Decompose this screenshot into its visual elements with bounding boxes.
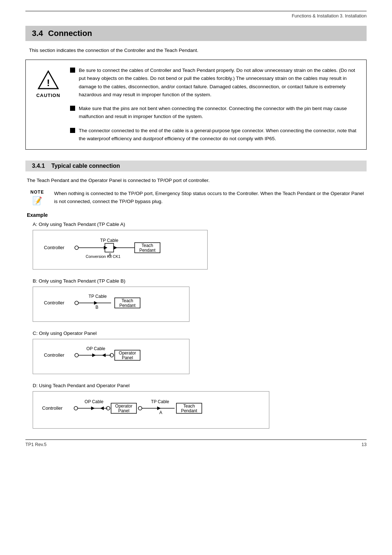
section-title: 3.4 Connection [25,26,367,41]
svg-marker-37 [91,406,95,410]
diagram-d-box: Controller OP Cable Operator Panel [33,391,269,429]
diagram-b-caption: B: Only using Teach Pendant (TP Cable B) [33,278,367,284]
svg-text:OP Cable: OP Cable [86,346,105,351]
caution-item-3: The connector connected to the end of th… [70,127,358,143]
svg-text:B: B [95,305,98,310]
svg-marker-18 [94,301,98,305]
body-text-1: The Teach Pendant and the Operator Panel… [25,177,367,185]
diagram-b-svg: Controller TP Cable B Teach Pendant [40,293,178,313]
svg-text:Panel: Panel [122,355,133,360]
svg-marker-5 [104,246,107,250]
diagram-a-caption: A: Only using Teach Pendant (TP Cable A) [33,222,367,227]
diagram-c-box: Controller OP Cable Operator Panel [33,339,189,374]
svg-text:Teach: Teach [142,243,153,248]
caution-text-1: Be sure to connect the cables of Control… [79,66,358,99]
svg-point-3 [75,246,78,250]
subsection-number: 3.4.1 [32,163,45,169]
svg-text:Controller: Controller [42,405,63,411]
header-breadcrumb: Functions & Installation 3. Installation [25,13,367,19]
svg-text:Pendant: Pendant [119,303,136,308]
svg-text:Controller: Controller [44,245,65,250]
note-label: NOTE [30,190,44,195]
svg-text:TP Cable: TP Cable [100,238,118,243]
svg-text:TP Cable: TP Cable [151,399,169,404]
caution-list: Be sure to connect the cables of Control… [70,66,358,143]
example-label: Example [25,212,367,218]
caution-label: CAUTION [36,93,60,98]
bullet-icon-2 [70,106,75,111]
svg-text:Panel: Panel [118,408,130,413]
svg-text:TP Cable: TP Cable [89,294,107,299]
diagram-d: D: Using Teach Pendant and Operator Pane… [25,383,367,429]
svg-text:Controller: Controller [44,352,65,358]
diagram-c-svg: Controller OP Cable Operator Panel [40,345,178,365]
bullet-icon-3 [70,128,75,133]
caution-left: ! CAUTION [34,66,63,143]
diagram-b-box: Controller TP Cable B Teach Pendant [33,287,189,322]
caution-item-1: Be sure to connect the cables of Control… [70,66,358,99]
note-icon: 📝 [32,196,42,206]
section-number: 3.4 [32,29,43,38]
note-text: When nothing is connected to the TP/OP p… [54,190,367,206]
subsection-title: 3.4.1 Typical cable connection [25,161,367,171]
svg-point-35 [74,406,78,410]
svg-text:Operator: Operator [115,404,132,409]
subsection-title-text: Typical cable connection [51,163,120,169]
svg-text:OP Cable: OP Cable [85,399,103,404]
caution-text-2: Make sure that the pins are not bent whe… [79,105,358,121]
intro-text: This section indicates the connection of… [25,48,367,53]
footer-divider [25,439,367,440]
svg-text:Teach: Teach [183,404,195,409]
svg-marker-46 [157,406,161,410]
caution-content: Be sure to connect the cables of Control… [70,66,358,143]
svg-point-44 [138,406,142,410]
diagram-c: C: Only using Operator Panel Controller … [25,331,367,374]
footer-left: TP1 Rev.5 [25,442,46,447]
footer-right: 13 [362,442,367,447]
svg-point-25 [75,353,78,357]
svg-marker-29 [102,353,106,357]
note-block: NOTE 📝 When nothing is connected to the … [25,190,367,206]
page: Functions & Installation 3. Installation… [0,0,392,555]
svg-text:Pendant: Pendant [181,408,197,413]
svg-marker-39 [100,406,104,410]
diagram-a-box: Controller TP Cable A Teach [33,230,208,270]
svg-text:Conversion Kit CK1: Conversion Kit CK1 [86,254,121,259]
footer: TP1 Rev.5 13 [25,442,367,447]
diagram-a-svg: Controller TP Cable A Teach [40,236,196,261]
caution-item-2: Make sure that the pins are not bent whe… [70,105,358,121]
section-title-text: Connection [48,29,92,38]
caution-triangle-icon: ! [37,70,59,90]
bullet-icon-1 [70,68,75,73]
svg-point-16 [75,301,78,305]
svg-text:A: A [159,410,162,415]
caution-text-3: The connector connected to the end of th… [79,127,358,143]
svg-text:Pendant: Pendant [139,248,156,253]
header-divider [25,11,367,11]
caution-box: ! CAUTION Be sure to connect the cables … [25,60,367,150]
svg-marker-27 [92,353,96,357]
svg-text:Operator: Operator [119,351,136,356]
svg-text:!: ! [47,77,50,88]
diagram-c-caption: C: Only using Operator Panel [33,331,367,336]
diagram-d-svg: Controller OP Cable Operator Panel [40,397,258,420]
svg-text:Controller: Controller [44,300,65,305]
diagram-b: B: Only using Teach Pendant (TP Cable B)… [25,278,367,322]
diagram-a: A: Only using Teach Pendant (TP Cable A)… [25,222,367,270]
diagram-d-caption: D: Using Teach Pendant and Operator Pane… [33,383,367,388]
note-left: NOTE 📝 [25,190,49,206]
svg-text:Teach: Teach [122,298,133,303]
